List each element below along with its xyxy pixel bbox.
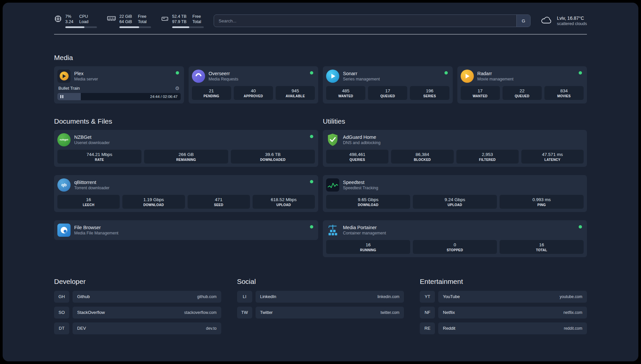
bookmark-link-stackoverflow[interactable]: StackOverflow stackoverflow.com xyxy=(73,307,221,318)
stat-label: REMAINING xyxy=(145,158,227,162)
stat-label: UPLOAD xyxy=(254,203,314,207)
bookmark-abbr: YT xyxy=(420,291,435,303)
stat-label: APPROVED xyxy=(235,94,272,98)
nzbget-link[interactable]: nzbget NZBGet Usenet downloader xyxy=(57,133,315,146)
section-title-utilities: Utilities xyxy=(323,117,587,125)
stat-value: 2,953 xyxy=(458,152,517,157)
bookmark-link-youtube[interactable]: YouTube youtube.com xyxy=(438,291,587,303)
stat-label: QUERIES xyxy=(327,158,387,162)
service-desc: Series management xyxy=(343,77,380,81)
bookmark-name: DEV xyxy=(77,326,86,331)
stat-tile: 196 SERIES xyxy=(410,86,449,100)
bookmark-name: Reddit xyxy=(443,326,455,331)
qbittorrent-link[interactable]: qb qBittorrent Torrent downloader xyxy=(57,178,315,192)
memory-free-label: Free xyxy=(138,14,146,19)
bookmark-domain: twitter.com xyxy=(381,310,399,315)
bookmark-abbr: TW xyxy=(237,307,252,318)
disk-total-label: Total xyxy=(193,19,201,24)
bookmark-domain: netflix.com xyxy=(564,310,582,315)
stat-value: 9.24 Gbps xyxy=(414,197,496,202)
bookmark-row: DT DEV dev.to xyxy=(54,322,221,334)
service-card-qbittorrent: qb qBittorrent Torrent downloader 16 LEE… xyxy=(54,175,318,212)
bookmark-name: YouTube xyxy=(443,294,460,299)
speedtest-link[interactable]: Speedtest Speedtest Tracking xyxy=(326,178,584,192)
stat-label: FILTERED xyxy=(458,158,517,162)
stat-value: 17 xyxy=(462,88,499,93)
bookmark-link-linkedin[interactable]: LinkedIn linkedin.com xyxy=(256,291,404,303)
search-input[interactable] xyxy=(214,18,516,23)
stat-tile: 17 QUEUED xyxy=(368,86,407,100)
stat-value: 196 xyxy=(411,88,448,93)
memory-total-label: Total xyxy=(138,19,146,24)
speedtest-graph-icon xyxy=(326,178,339,192)
status-dot xyxy=(310,225,313,228)
search-provider-button[interactable]: G xyxy=(516,15,530,27)
adguard-link[interactable]: AdGuard Home DNS and adblocking xyxy=(326,133,584,146)
bookmark-name: StackOverflow xyxy=(77,310,105,315)
service-name: qBittorrent xyxy=(74,180,109,185)
radarr-link[interactable]: Radarr Movie management xyxy=(461,70,584,83)
bookmark-name: Github xyxy=(77,294,90,299)
stat-tile: 40 APPROVED xyxy=(234,86,273,100)
memory-icon xyxy=(107,15,116,23)
stat-value: 47.571 ms xyxy=(523,152,582,157)
playback-progress-bar: 24:44 / 02:06:47 xyxy=(57,93,181,100)
section-title-social: Social xyxy=(237,278,404,286)
stat-value: 0 xyxy=(414,242,496,247)
stat-tile: 2,953 FILTERED xyxy=(456,150,519,164)
stat-tile: 945 AVAILABLE xyxy=(276,86,315,100)
stat-label: TOTAL xyxy=(501,248,582,252)
bookmark-link-twitter[interactable]: Twitter twitter.com xyxy=(256,307,404,318)
bookmark-domain: youtube.com xyxy=(560,294,582,299)
stat-label: LATENCY xyxy=(523,158,582,162)
stat-tile: 0.993 ms PING xyxy=(500,195,584,209)
gear-icon[interactable]: ⚙ xyxy=(175,86,179,91)
bookmark-row: GH Github github.com xyxy=(54,291,221,303)
status-dot xyxy=(176,71,179,75)
portainer-link[interactable]: Media Portainer Container management xyxy=(326,224,584,237)
bookmark-domain: stackoverflow.com xyxy=(184,310,217,315)
bookmark-group-developer: Developer GH Github github.com SO StackO… xyxy=(54,278,221,334)
stat-tile: 22 QUEUED xyxy=(503,86,542,100)
bookmark-link-dev[interactable]: DEV dev.to xyxy=(73,322,221,334)
service-card-filebrowser: File Browser Media File Management xyxy=(54,220,318,240)
bookmark-domain: github.com xyxy=(197,294,217,299)
stat-value: 0.993 ms xyxy=(501,197,582,202)
bookmark-link-reddit[interactable]: Reddit reddit.com xyxy=(438,322,587,334)
bookmark-row: LI LinkedIn linkedin.com xyxy=(237,291,404,303)
disk-progress-fill xyxy=(172,26,189,28)
stat-label: UPLOAD xyxy=(414,203,496,207)
radarr-icon xyxy=(461,70,474,83)
bookmark-link-github[interactable]: Github github.com xyxy=(73,291,221,303)
status-dot xyxy=(310,71,313,75)
pause-icon[interactable] xyxy=(60,95,63,98)
service-name: NZBGet xyxy=(74,135,110,140)
stat-label: PENDING xyxy=(193,94,230,98)
stat-value: 618.52 Mbps xyxy=(254,197,314,202)
filebrowser-link[interactable]: File Browser Media File Management xyxy=(57,224,315,237)
stat-tile: 1.19 Gbps DOWNLOAD xyxy=(122,195,185,209)
disk-free-label: Free xyxy=(193,14,201,19)
sonarr-link[interactable]: Sonarr Series management xyxy=(326,70,449,83)
stat-value: 21 xyxy=(193,88,230,93)
service-name: Plex xyxy=(74,71,98,76)
disk-progress-track xyxy=(172,26,204,28)
stat-tile: 16 TOTAL xyxy=(500,240,584,254)
stat-value: 16 xyxy=(59,197,118,202)
stat-label: RUNNING xyxy=(327,248,409,252)
status-dot xyxy=(579,225,582,228)
service-card-plex: Plex Media server Bullet Train ⚙ 24:44 /… xyxy=(54,66,184,104)
stat-tile: 266 GB REMAINING xyxy=(144,150,228,164)
stat-label: AVAILABLE xyxy=(277,94,314,98)
overseerr-link[interactable]: Overseerr Media Requests xyxy=(192,70,315,83)
stat-tile: 16 RUNNING xyxy=(326,240,410,254)
service-name: Overseerr xyxy=(209,71,238,76)
service-desc: Usenet downloader xyxy=(74,140,110,145)
bookmark-abbr: RE xyxy=(420,322,435,334)
disk-total-value: 97.9 TB xyxy=(172,19,187,24)
stat-label: WANTED xyxy=(462,94,499,98)
plex-link[interactable]: Plex Media server xyxy=(57,70,181,83)
stat-label: BLOCKED xyxy=(392,158,452,162)
bookmark-link-netflix[interactable]: Netflix netflix.com xyxy=(438,307,587,318)
search-bar: G xyxy=(214,15,531,27)
